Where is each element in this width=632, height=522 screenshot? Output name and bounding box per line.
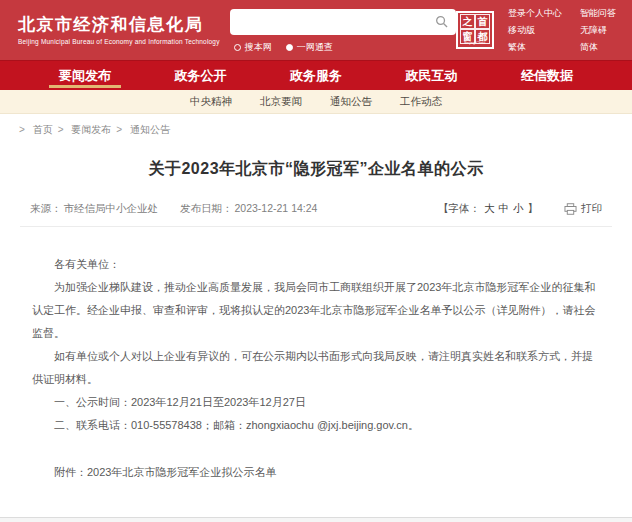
site-subtitle: Beijing Municipal Bureau of Economy and … [18, 38, 230, 45]
article-paragraph: 各有关单位： [32, 253, 600, 276]
article-body: 各有关单位：为加强企业梯队建设，推动企业高质量发展，我局会同市工商联组织开展了2… [20, 227, 612, 437]
font-size-option[interactable]: 中 [499, 202, 510, 216]
quick-links-col1: 登录个人中心移动版繁体 [508, 7, 562, 54]
article-meta-row: 来源： 市经信局中小企业处 发布日期： 2023-12-21 14:24 【字体… [20, 202, 612, 227]
site-header: 北京市经济和信息化局 Beijing Municipal Bureau of E… [0, 0, 632, 60]
search-input[interactable] [238, 16, 435, 28]
printer-icon [564, 203, 577, 215]
article: 关于2023年北京市“隐形冠军”企业名单的公示 来源： 市经信局中小企业处 发布… [0, 159, 632, 522]
font-size-options: 大中小 [482, 202, 526, 216]
main-nav: 要闻发布 政务公开 政务服务 政民互动 经信数据 [0, 60, 632, 90]
meta-source-value: 市经信局中小企业处 [64, 202, 159, 216]
quick-links-col2: 智能问答无障碍简体 [580, 7, 616, 54]
article-title: 关于2023年北京市“隐形冠军”企业名单的公示 [20, 159, 612, 180]
nav-item[interactable]: 政务服务 [286, 61, 346, 90]
quick-link[interactable]: 登录个人中心 [508, 7, 562, 20]
print-button[interactable]: 打印 [564, 202, 602, 216]
breadcrumb-separator: > [58, 124, 64, 135]
meta-date-label: 发布日期： [180, 202, 233, 216]
print-label: 打印 [581, 202, 602, 216]
breadcrumb: > 首页 > 要闻发布 > 通知公告 [0, 114, 632, 143]
quick-link[interactable]: 简体 [580, 41, 616, 54]
breadcrumb-item-wrap: > 通知公告 [111, 123, 170, 137]
sub-nav: 中央精神 北京要闻 通知公告 工作动态 [0, 90, 632, 114]
quick-link[interactable]: 智能问答 [580, 7, 616, 20]
subnav-item[interactable]: 北京要闻 [260, 95, 302, 109]
scope-label: 一网通查 [297, 41, 333, 54]
search-scope-options: 搜本网 一网通查 [230, 41, 456, 54]
breadcrumb-item[interactable]: 首页 [33, 124, 53, 135]
footer-strip [0, 517, 632, 522]
meta-source: 来源： 市经信局中小企业处 [30, 202, 158, 216]
article-paragraph: 一、公示时间：2023年12月21日至2023年12月27日 [32, 391, 600, 414]
breadcrumb-item[interactable]: 通知公告 [130, 124, 170, 135]
search-box[interactable] [230, 9, 456, 35]
font-sizer-suffix: 】 [528, 202, 539, 216]
breadcrumb-separator: > [116, 124, 122, 135]
search-scope-radio[interactable]: 一网通查 [286, 41, 333, 54]
font-sizer: 【字体： 大中小 】 [438, 202, 538, 216]
meta-date: 发布日期： 2023-12-21 14:24 [180, 202, 317, 216]
subnav-item[interactable]: 通知公告 [330, 95, 372, 109]
meta-date-value: 2023-12-21 14:24 [235, 202, 318, 216]
search-icon[interactable] [435, 15, 448, 28]
seal-caption: Beijing-China [464, 40, 485, 45]
radio-icon [234, 44, 241, 51]
seal-characters: 之首窗都 [460, 14, 490, 40]
meta-right: 【字体： 大中小 】 打印 [438, 202, 602, 216]
subnav-item[interactable]: 工作动态 [400, 95, 442, 109]
nav-item[interactable]: 政民互动 [402, 61, 462, 90]
font-sizer-prefix: 【字体： [438, 202, 480, 216]
seal-char: 首 [475, 14, 490, 29]
seal-char: 之 [460, 14, 475, 29]
article-paragraph: 为加强企业梯队建设，推动企业高质量发展，我局会同市工商联组织开展了2023年北京… [32, 276, 600, 345]
quick-link[interactable]: 移动版 [508, 24, 562, 37]
breadcrumb-item[interactable]: 要闻发布 [71, 124, 111, 135]
search-scope-radio[interactable]: 搜本网 [234, 41, 272, 54]
quick-links: 登录个人中心移动版繁体 智能问答无障碍简体 [508, 7, 622, 54]
radio-icon [286, 44, 293, 51]
attachment-block: 附件：2023年北京市隐形冠军企业拟公示名单 [20, 461, 612, 484]
nav-item[interactable]: 要闻发布 [55, 61, 115, 90]
breadcrumb-item-wrap: > 要闻发布 [53, 123, 112, 137]
capital-window-logo[interactable]: 之首窗都 Beijing-China [456, 11, 494, 49]
breadcrumb-item-wrap: > 首页 [14, 123, 53, 137]
site-title: 北京市经济和信息化局 [18, 15, 230, 35]
quick-link[interactable]: 繁体 [508, 41, 562, 54]
nav-item[interactable]: 政务公开 [171, 61, 231, 90]
meta-source-label: 来源： [30, 202, 62, 216]
site-logo[interactable]: 北京市经济和信息化局 Beijing Municipal Bureau of E… [18, 15, 230, 45]
quick-link[interactable]: 无障碍 [580, 24, 616, 37]
article-paragraph: 如有单位或个人对以上企业有异议的，可在公示期内以书面形式向我局反映，请注明真实姓… [32, 345, 600, 391]
font-size-option[interactable]: 大 [484, 202, 495, 216]
article-paragraph: 二、联系电话：010-55578438；邮箱：zhongxiaochu @jxj… [32, 414, 600, 437]
nav-item[interactable]: 经信数据 [517, 61, 577, 90]
search-block: 搜本网 一网通查 [230, 9, 456, 54]
attachment-link[interactable]: 附件：2023年北京市隐形冠军企业拟公示名单 [32, 461, 600, 484]
subnav-item[interactable]: 中央精神 [190, 95, 232, 109]
meta-left: 来源： 市经信局中小企业处 发布日期： 2023-12-21 14:24 [30, 202, 317, 216]
header-right: 之首窗都 Beijing-China 登录个人中心移动版繁体 智能问答无障碍简体 [456, 7, 622, 54]
font-size-option[interactable]: 小 [513, 202, 524, 216]
breadcrumb-separator: > [19, 124, 25, 135]
scope-label: 搜本网 [245, 41, 272, 54]
